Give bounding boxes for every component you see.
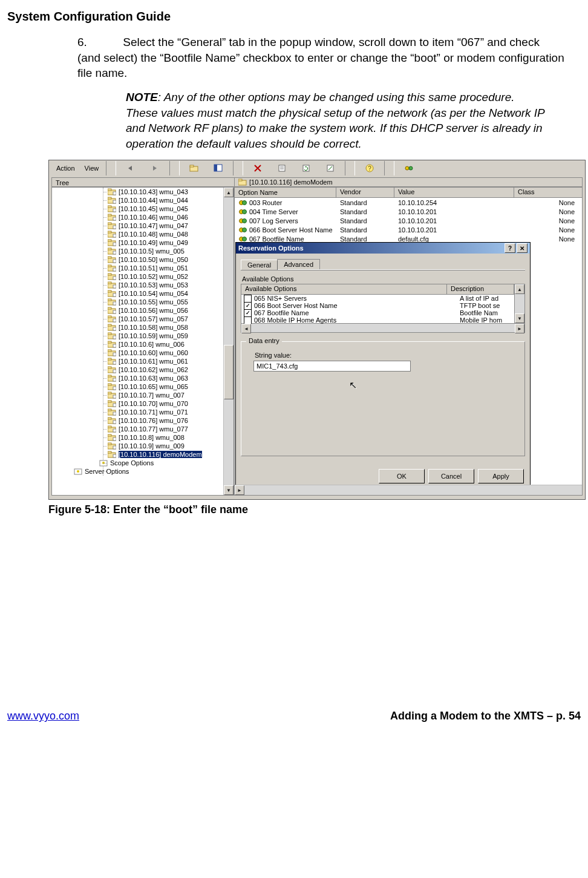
svg-rect-74 <box>113 353 116 356</box>
tree-item[interactable]: [10.10.10.9] wmu_009 <box>52 442 234 450</box>
string-value-input[interactable] <box>253 361 411 372</box>
scroll-right-icon[interactable]: ► <box>235 485 244 495</box>
menu-view[interactable]: View <box>81 163 103 173</box>
tree-item[interactable]: [10.10.10.56] wmu_056 <box>52 306 234 315</box>
help-icon[interactable]: ? <box>359 160 381 176</box>
scroll-thumb[interactable] <box>224 345 234 399</box>
list-row[interactable]: 007 Log ServersStandard10.10.10.201None <box>235 216 582 225</box>
tree-item[interactable]: [10.10.10.46] wmu_046 <box>52 213 234 221</box>
tree-item[interactable]: Server Options <box>52 467 234 476</box>
footer-link[interactable]: www.vyyo.com <box>7 710 79 722</box>
tree-item[interactable]: [10.10.10.55] wmu_055 <box>52 298 234 306</box>
col-value[interactable]: Value <box>394 188 514 197</box>
menu-action[interactable]: Action <box>53 163 79 173</box>
tree-item[interactable]: [10.10.10.70] wmu_070 <box>52 399 234 408</box>
tree-item[interactable]: [10.10.10.57] wmu_057 <box>52 315 234 323</box>
tree-item[interactable]: [10.10.10.8] wmu_008 <box>52 433 234 442</box>
up-folder-icon[interactable] <box>183 160 205 176</box>
dialog-close-button[interactable]: ✕ <box>517 243 528 253</box>
export-icon[interactable] <box>319 160 341 176</box>
tree-item[interactable]: [10.10.10.61] wmu_061 <box>52 357 234 365</box>
tree-item[interactable]: [10.10.10.53] wmu_053 <box>52 281 234 289</box>
svg-rect-31 <box>108 231 111 233</box>
apply-button[interactable]: Apply <box>478 469 524 483</box>
option-row[interactable]: 065 NIS+ ServersA list of IP ad <box>241 295 514 302</box>
delete-icon[interactable] <box>247 160 269 176</box>
list-row[interactable]: 066 Boot Server Host NameStandard10.10.1… <box>235 225 582 234</box>
cancel-button[interactable]: Cancel <box>428 469 474 483</box>
tree-item[interactable]: [10.10.10.45] wmu_045 <box>52 205 234 213</box>
tree-item-label: [10.10.10.76] wmu_076 <box>119 417 188 424</box>
properties-icon[interactable] <box>271 160 293 176</box>
forward-icon[interactable] <box>144 160 166 176</box>
dhcp-icon[interactable] <box>398 160 420 176</box>
tree-item[interactable]: [10.10.10.65] wmu_065 <box>52 382 234 391</box>
options-header-name[interactable]: Available Options <box>241 284 447 294</box>
tree-item[interactable]: [10.10.10.77] wmu_077 <box>52 425 234 433</box>
tree-item-label: [10.10.10.56] wmu_056 <box>119 307 188 314</box>
tree-item[interactable]: [10.10.10.43] wmu_043 <box>52 188 234 196</box>
scroll-down-icon[interactable]: ▼ <box>224 485 234 495</box>
tree-item[interactable]: [10.10.10.52] wmu_052 <box>52 272 234 281</box>
svg-point-120 <box>243 218 247 223</box>
tree-item[interactable]: [10.10.10.7] wmu_007 <box>52 391 234 399</box>
available-options-list[interactable]: Available Options Description 065 NIS+ S… <box>241 284 514 324</box>
tree-item[interactable]: [10.10.10.54] wmu_054 <box>52 289 234 298</box>
row-value: 10.10.10.254 <box>394 199 514 206</box>
back-icon[interactable] <box>120 160 142 176</box>
tree-item[interactable]: [10.10.10.59] wmu_059 <box>52 332 234 340</box>
option-row[interactable]: ✓067 Bootfile NameBootfile Nam <box>241 309 514 316</box>
svg-rect-1 <box>190 165 194 167</box>
list-hscrollbar[interactable]: ◄ ► <box>235 485 582 495</box>
scroll-down-icon[interactable]: ▼ <box>515 313 524 323</box>
breadcrumb-text: [10.10.10.116] demoModem <box>249 179 333 186</box>
screenshot-mmc-window: Action View ? Tree [10.10.10.116] demoMo… <box>48 160 586 500</box>
option-checkbox[interactable] <box>244 316 252 324</box>
options-header-desc[interactable]: Description <box>447 284 514 294</box>
svg-rect-34 <box>108 240 111 241</box>
svg-point-118 <box>243 209 247 214</box>
tree-item[interactable]: [10.10.10.58] wmu_058 <box>52 323 234 332</box>
tree-item[interactable]: [10.10.10.47] wmu_047 <box>52 221 234 230</box>
tree-item[interactable]: [10.10.10.60] wmu_060 <box>52 349 234 357</box>
svg-rect-77 <box>113 361 116 364</box>
tree-item[interactable]: [10.10.10.49] wmu_049 <box>52 238 234 247</box>
scroll-right-icon[interactable]: ► <box>515 324 524 333</box>
tree-item[interactable]: [10.10.10.76] wmu_076 <box>52 416 234 425</box>
tree-item[interactable]: [10.10.10.50] wmu_050 <box>52 255 234 264</box>
show-hide-tree-icon[interactable] <box>207 160 229 176</box>
options-hscrollbar[interactable]: ◄ ► <box>241 324 525 333</box>
tree-item[interactable]: [10.10.10.71] wmu_071 <box>52 408 234 416</box>
option-row[interactable]: ✓066 Boot Server Host NameTFTP boot se <box>241 302 514 309</box>
col-vendor[interactable]: Vendor <box>336 188 394 197</box>
tab-general[interactable]: General <box>241 260 278 270</box>
tab-advanced[interactable]: Advanced <box>277 259 320 269</box>
tree-item[interactable]: [10.10.10.5] wmu_005 <box>52 247 234 255</box>
dialog-titlebar[interactable]: Reservation Options ? ✕ <box>236 243 530 254</box>
tree-item[interactable]: [10.10.10.116] demoModem <box>52 450 234 459</box>
tree-item[interactable]: [10.10.10.44] wmu_044 <box>52 196 234 205</box>
col-option-name[interactable]: Option Name <box>235 188 336 197</box>
tree-scrollbar[interactable]: ▲ ▼ <box>223 188 234 495</box>
data-entry-group: Data entry String value: ↖ <box>241 341 525 456</box>
dialog-help-button[interactable]: ? <box>505 243 515 253</box>
tree-item[interactable]: Scope Options <box>52 459 234 467</box>
list-row[interactable]: 004 Time ServerStandard10.10.10.201None <box>235 207 582 216</box>
tree-pane[interactable]: [10.10.10.43] wmu_043[10.10.10.44] wmu_0… <box>51 187 234 496</box>
tree-item[interactable]: [10.10.10.6] wmu_006 <box>52 340 234 349</box>
col-class[interactable]: Class <box>514 188 582 197</box>
refresh-icon[interactable] <box>295 160 317 176</box>
options-vscrollbar[interactable]: ▲ ▼ <box>514 284 525 324</box>
dialog-tabs: General Advanced <box>241 257 525 269</box>
scroll-up-icon[interactable]: ▲ <box>515 284 524 294</box>
tree-item[interactable]: [10.10.10.51] wmu_051 <box>52 264 234 272</box>
tree-item[interactable]: [10.10.10.63] wmu_063 <box>52 374 234 382</box>
row-class: None <box>514 217 582 224</box>
scroll-left-icon[interactable]: ◄ <box>241 324 251 333</box>
tree-item[interactable]: [10.10.10.48] wmu_048 <box>52 230 234 238</box>
scroll-up-icon[interactable]: ▲ <box>224 188 234 197</box>
tree-item[interactable]: [10.10.10.62] wmu_062 <box>52 365 234 374</box>
ok-button[interactable]: OK <box>379 469 425 483</box>
option-row[interactable]: 068 Mobile IP Home AgentsMobile IP hom <box>241 316 514 324</box>
list-row[interactable]: 003 RouterStandard10.10.10.254None <box>235 198 582 207</box>
